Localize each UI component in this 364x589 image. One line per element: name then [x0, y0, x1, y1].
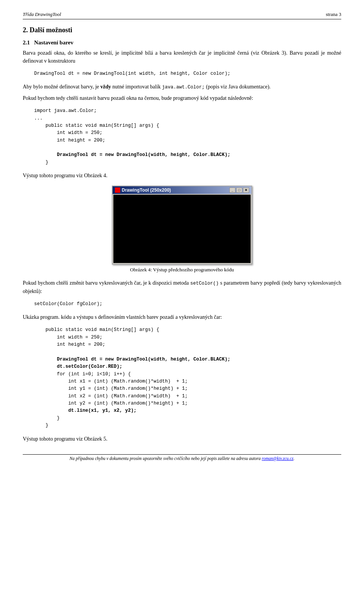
page: Třída DrawingTool strana 3 2. Další možn… — [0, 0, 364, 476]
section2-number: 2. — [23, 26, 28, 34]
drawing-tool-window: DrawingTool (250x200) _ □ ✕ — [112, 186, 252, 265]
code-block-1: import java.awt.Color; ... public static… — [23, 105, 341, 169]
vystup-1-text: Výstup tohoto programu viz Obrázek 4. — [23, 172, 341, 180]
setcolor-code: setColor(Color fgColor); — [23, 298, 341, 310]
vystup-2-text: Výstup tohoto programu viz Obrázek 5. — [23, 435, 341, 443]
section2-title: Další možnosti — [30, 26, 72, 34]
section2-heading: 2. Další možnosti — [23, 26, 341, 34]
code-block-2: public static void main(String[] args) {… — [23, 324, 341, 432]
page-header: Třída DrawingTool strana 3 — [23, 11, 341, 19]
page-footer: Na případnou chybu v dokumentu prosím up… — [23, 454, 341, 461]
header-page: strana 3 — [326, 11, 341, 17]
figure-4: DrawingTool (250x200) _ □ ✕ Obrázek 4: V… — [23, 186, 341, 273]
window-canvas — [113, 195, 251, 263]
titlebar-left: DrawingTool (250x200) — [115, 187, 171, 193]
header-title: Třída DrawingTool — [23, 11, 61, 17]
footer-email[interactable]: roman@kiv.zcu.cz — [262, 456, 293, 461]
close-button[interactable]: ✕ — [243, 187, 249, 193]
paragraph-4: Pokud bychom chtěli změnit barvu vykresl… — [23, 279, 341, 295]
minimize-button[interactable]: _ — [229, 187, 235, 193]
paragraph-1: Barva pozadí okna, do kterého se kreslí,… — [23, 49, 341, 65]
paragraph-5: Ukázka program. kódu a výstupu s definov… — [23, 313, 341, 321]
constructor-code: DrawingTool dt = new DrawingTool(int wid… — [23, 68, 341, 80]
section21-heading: 2.1 Nastavení barev — [23, 39, 341, 46]
paragraph-2: Aby bylo možné definovat barvy, je vždy … — [23, 83, 341, 91]
window-app-icon — [115, 187, 120, 193]
window-title: DrawingTool (250x200) — [122, 187, 171, 193]
window-titlebar: DrawingTool (250x200) _ □ ✕ — [113, 186, 251, 194]
paragraph-3: Pokud bychom tedy chtěli nastavit barvu … — [23, 94, 341, 102]
figure-4-caption: Obrázek 4: Výstup předchozího programové… — [130, 267, 234, 273]
section21-title: Nastavení barev — [34, 39, 73, 46]
maximize-button[interactable]: □ — [236, 187, 242, 193]
section21-number: 2.1 — [23, 39, 30, 46]
window-controls: _ □ ✕ — [229, 187, 249, 193]
